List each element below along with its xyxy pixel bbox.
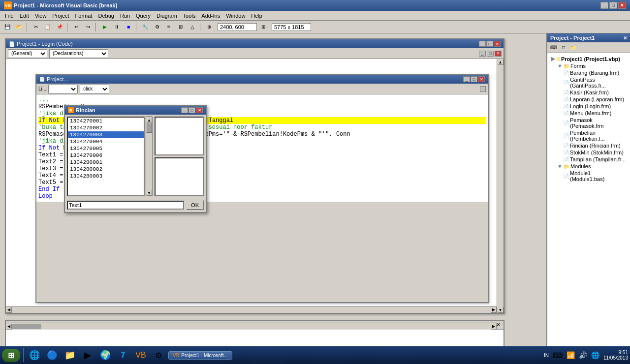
maximize-button[interactable]: □ — [609, 2, 617, 9]
tree-rincian[interactable]: 📄 Rincian (Rincian.frm) — [549, 142, 628, 149]
tb-pause[interactable]: ⏸ — [111, 22, 122, 32]
menu-query[interactable]: Query — [133, 12, 154, 20]
taskbar-icon-7[interactable]: 7 — [115, 348, 131, 362]
tree-pembelian[interactable]: 📄 Pembelian (Pembelian.f... — [549, 129, 628, 142]
taskbar-icon-app[interactable]: ⚙ — [151, 348, 166, 362]
tb-run[interactable]: ▶ — [99, 22, 110, 32]
cw2-maximize[interactable]: □ — [487, 51, 494, 57]
tb-object[interactable]: ⚙ — [152, 22, 162, 32]
tree-root[interactable]: ▶ ⊞ Project1 (Project1.vbp) — [549, 55, 628, 62]
tree-modules-folder[interactable]: ▼ 📁 Modules — [549, 163, 628, 170]
iw-close[interactable]: ✕ — [478, 76, 485, 82]
tb-menu2[interactable]: ≡ — [163, 22, 174, 32]
proj-toggle-folders[interactable]: 📁 — [569, 44, 578, 52]
cw2-minimize[interactable]: _ — [479, 51, 486, 57]
imm-scroll-thumb[interactable] — [12, 324, 41, 329]
tb-properties[interactable]: 🔧 — [140, 22, 151, 32]
dialog-maximize[interactable]: □ — [189, 107, 195, 113]
cw-close[interactable]: ✕ — [494, 41, 501, 47]
tb-paste[interactable]: 📌 — [54, 22, 65, 32]
list-scroll-up[interactable]: ▲ — [146, 117, 152, 123]
menu-file[interactable]: File — [2, 12, 17, 20]
tree-module1[interactable]: 📄 Module1 (Module1.bas) — [549, 170, 628, 182]
list-item-2[interactable]: 1304270003 — [68, 131, 144, 138]
code-dropdown-declarations[interactable]: (Declarations) — [49, 49, 108, 58]
scroll-down[interactable]: ▼ — [498, 307, 504, 313]
iw-maximize[interactable]: □ — [471, 76, 477, 82]
list-scroll-thumb[interactable] — [146, 123, 152, 133]
list-item-8[interactable]: 1304280003 — [68, 173, 144, 180]
list-item-3[interactable]: 1304270004 — [68, 138, 144, 145]
start-button[interactable]: ⊞ — [2, 349, 20, 362]
list-item-7[interactable]: 1304280002 — [68, 166, 144, 173]
tb-extra1[interactable]: ⊞ — [175, 22, 186, 32]
taskbar-icon-media[interactable]: ▶ — [80, 348, 95, 362]
menu-view[interactable]: View — [32, 12, 50, 20]
imm-hscroll-left[interactable]: ◀ — [6, 324, 12, 330]
dialog-close[interactable]: ✕ — [196, 107, 203, 113]
imm-hscroll-right[interactable]: ▶ — [491, 324, 497, 330]
hscroll-left[interactable]: ◀ — [6, 307, 12, 313]
menu-window[interactable]: Window — [223, 12, 248, 20]
menu-tools[interactable]: Tools — [180, 12, 199, 20]
immediate-close[interactable]: ✕ — [496, 322, 501, 328]
list-item-4[interactable]: 1304270005 — [68, 145, 144, 152]
menu-run[interactable]: Run — [117, 12, 133, 20]
dialog-text-input[interactable] — [67, 201, 184, 210]
tb-extra2[interactable]: △ — [187, 22, 198, 32]
tree-laporan[interactable]: 📄 Laporan (Laporan.frm) — [549, 96, 628, 103]
menu-addins[interactable]: Add-Ins — [198, 12, 223, 20]
cw-minimize[interactable]: _ — [479, 41, 486, 47]
taskbar-icon-browser[interactable]: 🔵 — [44, 348, 60, 362]
list-item-6[interactable]: 1304280001 — [68, 159, 144, 166]
tree-stokmin[interactable]: 📄 StokMin (StokMin.frm) — [549, 149, 628, 156]
tree-forms-folder[interactable]: ▼ 📁 Forms — [549, 62, 628, 69]
menu-edit[interactable]: Edit — [17, 12, 32, 20]
taskbar-icon-folder[interactable]: 📁 — [62, 348, 78, 362]
tree-kasir[interactable]: 📄 Kasir (Kasir.frm) — [549, 89, 628, 96]
inner-dropdown1[interactable] — [48, 85, 78, 93]
proj-view-object[interactable]: □ — [559, 44, 568, 52]
taskbar-icon-ie[interactable]: 🌐 — [27, 348, 42, 362]
tree-barang[interactable]: 📄 Barang (Barang.frm) — [549, 69, 628, 76]
menu-help[interactable]: Help — [248, 12, 265, 20]
inner-dropdown2[interactable]: click — [80, 85, 109, 93]
hscroll-right[interactable]: ▶ — [491, 307, 497, 313]
iw-minimize[interactable]: _ — [463, 76, 470, 82]
list-item-1[interactable]: 1304270002 — [68, 124, 144, 131]
tb-stop[interactable]: ■ — [123, 22, 134, 32]
menu-debug[interactable]: Debug — [95, 12, 117, 20]
scroll-up[interactable]: ▲ — [498, 59, 504, 65]
tree-login[interactable]: 📄 Login (Login.frm) — [549, 103, 628, 110]
menu-diagram[interactable]: Diagram — [154, 12, 180, 20]
tb-redo[interactable]: ↪ — [83, 22, 94, 32]
taskbar-icon-vb[interactable]: VB — [133, 348, 149, 362]
tb-open[interactable]: 📂 — [14, 22, 25, 32]
tb-undo[interactable]: ↩ — [71, 22, 82, 32]
tree-tampilan[interactable]: 📄 Tampilan (Tampilan.fr... — [549, 156, 628, 163]
dialog-minimize[interactable]: _ — [181, 107, 188, 113]
menu-project[interactable]: Project — [49, 12, 72, 20]
list-scroll-down[interactable]: ▼ — [146, 190, 152, 196]
project-close[interactable]: ✕ — [623, 35, 627, 41]
list-item-0[interactable]: 1304270001 — [68, 118, 144, 124]
minimize-button[interactable]: _ — [600, 2, 608, 9]
taskbar-vb-item[interactable]: VB Project1 - Microsoft... — [168, 351, 232, 360]
tb-save[interactable]: 💾 — [2, 22, 13, 32]
list-box[interactable]: 1304270001 1304270002 1304270003 1304270… — [67, 117, 145, 196]
taskbar-icon-earth[interactable]: 🌍 — [97, 348, 113, 362]
menu-format[interactable]: Format — [72, 12, 95, 20]
cw2-close[interactable]: ✕ — [495, 51, 502, 57]
code-dropdown-general[interactable]: (General) — [8, 49, 47, 58]
tb-cut[interactable]: ✂ — [31, 22, 41, 32]
tree-pemasok[interactable]: 📄 Pemasok (Pemasok.frm — [549, 117, 628, 129]
tree-gantipass[interactable]: 📄 GantiPass (GantiPass.fr... — [549, 76, 628, 89]
list-item-5[interactable]: 1304270006 — [68, 152, 144, 159]
dialog-ok-button[interactable]: OK — [186, 200, 204, 210]
cw-maximize[interactable]: □ — [486, 41, 493, 47]
proj-view-code[interactable]: ⌨ — [549, 44, 558, 52]
close-button[interactable]: ✕ — [618, 2, 626, 9]
tree-menu[interactable]: 📄 Menu (Menu.frm) — [549, 110, 628, 117]
tb-copy[interactable]: 📋 — [42, 22, 53, 32]
iw-scroll[interactable] — [480, 86, 486, 92]
